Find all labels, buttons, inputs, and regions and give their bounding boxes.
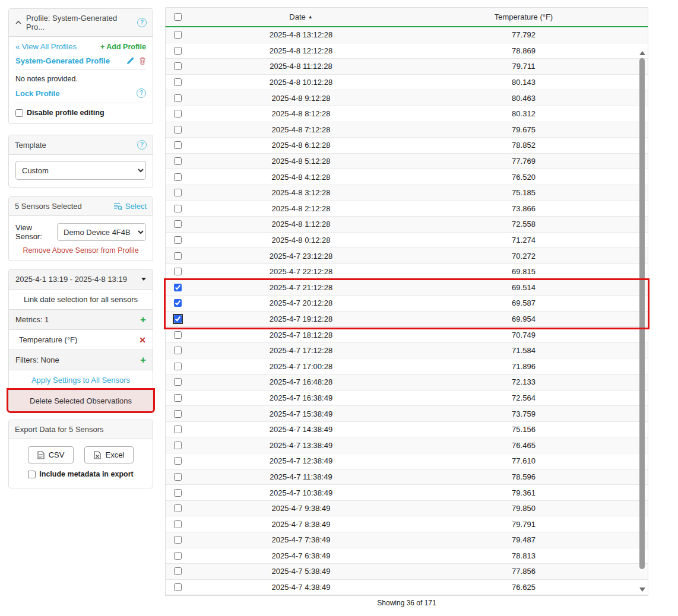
table-row: 2025-4-8 1:12:2872.558 — [166, 217, 648, 233]
row-checkbox[interactable] — [174, 141, 182, 149]
template-panel: Template ? Custom — [8, 135, 153, 188]
export-csv-button[interactable]: CSV — [28, 446, 74, 463]
row-date: 2025-4-7 19:12:28 — [194, 315, 408, 323]
profile-name-link[interactable]: System-Generated Profile — [15, 56, 110, 65]
row-checkbox[interactable] — [174, 378, 182, 386]
view-all-profiles-link[interactable]: « View All Profiles — [15, 42, 77, 51]
row-checkbox[interactable] — [174, 489, 182, 497]
export-panel: Export Data for 5 Sensors CSV Excel — [8, 420, 153, 488]
row-temperature: 69.954 — [408, 315, 648, 323]
row-temperature: 71.896 — [408, 362, 648, 371]
scrollbar-up-icon[interactable] — [639, 51, 645, 55]
view-sensor-select[interactable]: Demo Device 4F4B — [57, 223, 146, 241]
row-checkbox[interactable] — [174, 189, 182, 196]
row-date: 2025-4-8 0:12:28 — [194, 236, 408, 245]
template-select[interactable]: Custom — [15, 161, 146, 180]
table-row: 2025-4-7 21:12:2869.514 — [166, 280, 648, 296]
remove-sensor-link[interactable]: Remove Above Sensor from Profile — [15, 246, 146, 255]
scrollbar-thumb[interactable] — [639, 58, 645, 569]
row-temperature: 69.514 — [408, 283, 648, 292]
row-checkbox[interactable] — [174, 299, 182, 307]
table-row: 2025-4-7 14:38:4975.156 — [166, 422, 648, 438]
sensors-panel: 5 Sensors Selected Select View Sensor: D… — [8, 196, 153, 261]
table-row: 2025-4-8 10:12:2880.143 — [166, 75, 648, 91]
profile-help-icon[interactable]: ? — [137, 18, 147, 27]
scrollbar-down-icon[interactable] — [639, 588, 645, 592]
row-checkbox[interactable] — [174, 504, 182, 512]
row-date: 2025-4-7 16:48:28 — [194, 377, 408, 386]
row-checkbox[interactable] — [174, 315, 182, 323]
row-checkbox[interactable] — [174, 252, 182, 260]
profile-panel-header[interactable]: Profile: System-Generated Pro... ? — [9, 9, 153, 37]
row-checkbox[interactable] — [174, 457, 182, 465]
row-checkbox[interactable] — [174, 394, 182, 402]
date-range-value: 2025-4-1 13:19 - 2025-4-8 13:19 — [15, 275, 127, 284]
remove-metric-button[interactable]: ✕ — [139, 335, 146, 345]
select-all-checkbox[interactable] — [174, 13, 182, 21]
delete-selected-observations-button[interactable]: Delete Selected Observations — [9, 390, 153, 411]
table-row: 2025-4-8 12:12:2878.869 — [166, 43, 648, 59]
date-range-dropdown[interactable]: 2025-4-1 13:19 - 2025-4-8 13:19 — [9, 269, 153, 290]
row-checkbox[interactable] — [174, 47, 182, 55]
row-checkbox[interactable] — [174, 31, 182, 39]
row-checkbox[interactable] — [174, 347, 182, 354]
table-scrollbar[interactable] — [638, 49, 647, 594]
row-checkbox[interactable] — [174, 236, 182, 244]
include-metadata-checkbox[interactable] — [28, 471, 36, 478]
table-row: 2025-4-8 0:12:2871.274 — [166, 233, 648, 249]
select-sensors-button[interactable]: Select — [113, 202, 147, 211]
row-temperature: 77.856 — [408, 567, 648, 576]
row-checkbox[interactable] — [174, 205, 182, 212]
row-checkbox[interactable] — [174, 473, 182, 481]
lock-profile-link[interactable]: Lock Profile — [15, 89, 59, 98]
row-date: 2025-4-7 9:38:49 — [194, 504, 408, 513]
lock-profile-help-icon[interactable]: ? — [137, 88, 146, 98]
row-date: 2025-4-7 12:38:49 — [194, 456, 408, 465]
add-metric-button[interactable]: + — [140, 315, 146, 325]
row-checkbox[interactable] — [174, 268, 182, 275]
row-checkbox[interactable] — [174, 552, 182, 560]
view-sensor-label: View Sensor: — [15, 223, 52, 241]
row-checkbox[interactable] — [174, 157, 182, 165]
row-temperature: 72.133 — [408, 377, 648, 386]
row-checkbox[interactable] — [174, 331, 182, 339]
row-checkbox[interactable] — [174, 426, 182, 433]
temperature-column-header[interactable]: Temperature (°F) — [408, 12, 648, 21]
row-temperature: 79.361 — [408, 488, 648, 497]
row-checkbox[interactable] — [174, 94, 182, 102]
row-checkbox[interactable] — [174, 363, 182, 370]
row-date: 2025-4-8 10:12:28 — [194, 78, 408, 87]
row-checkbox[interactable] — [174, 173, 182, 181]
link-dates-button[interactable]: Link date selection for all sensors — [9, 290, 153, 310]
row-checkbox[interactable] — [174, 410, 182, 418]
row-date: 2025-4-7 17:00:28 — [194, 362, 408, 371]
row-temperature: 79.850 — [408, 504, 648, 513]
disable-profile-editing-checkbox[interactable] — [15, 109, 23, 117]
row-checkbox[interactable] — [174, 62, 182, 70]
apply-settings-button[interactable]: Apply Settings to All Sensors — [9, 370, 153, 390]
row-temperature: 79.711 — [408, 62, 648, 71]
row-checkbox[interactable] — [174, 220, 182, 228]
template-help-icon[interactable]: ? — [137, 140, 147, 150]
row-checkbox[interactable] — [174, 520, 182, 528]
delete-profile-trash-icon[interactable] — [139, 57, 146, 65]
table-row: 2025-4-7 22:12:2869.815 — [166, 264, 648, 280]
row-temperature: 72.558 — [408, 220, 648, 228]
row-checkbox[interactable] — [174, 583, 182, 591]
row-temperature: 80.463 — [408, 94, 648, 103]
row-checkbox[interactable] — [174, 126, 182, 134]
row-checkbox[interactable] — [174, 78, 182, 86]
row-checkbox[interactable] — [174, 442, 182, 449]
edit-pencil-icon[interactable] — [126, 57, 134, 65]
row-checkbox[interactable] — [174, 110, 182, 118]
filter-search-icon — [113, 202, 122, 211]
row-checkbox[interactable] — [174, 536, 182, 544]
row-checkbox[interactable] — [174, 284, 182, 291]
add-filter-button[interactable]: + — [140, 355, 146, 365]
add-profile-button[interactable]: + Add Profile — [100, 43, 146, 51]
row-checkbox[interactable] — [174, 567, 182, 575]
export-excel-button[interactable]: Excel — [84, 446, 134, 463]
date-column-header[interactable]: Date ▲ — [194, 12, 408, 21]
row-temperature: 78.852 — [408, 141, 648, 150]
row-date: 2025-4-7 14:38:49 — [194, 425, 408, 434]
